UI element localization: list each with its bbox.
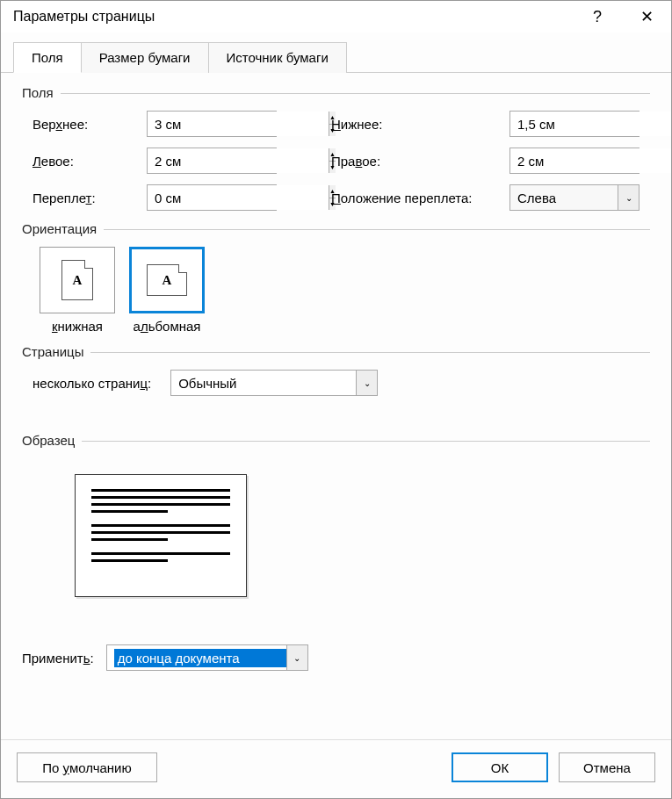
gutter-position-label: Положение переплета:	[331, 191, 509, 205]
help-button[interactable]: ?	[580, 6, 615, 27]
orientation-group: Ориентация A книжная A альбомная	[22, 221, 650, 334]
tab-paper-size[interactable]: Размер бумаги	[81, 42, 209, 73]
page-setup-dialog: Параметры страницы ? ✕ Поля Размер бумаг…	[0, 0, 672, 799]
margins-group-title: Поля	[22, 85, 61, 100]
close-button[interactable]: ✕	[629, 6, 664, 27]
portrait-label: книжная	[52, 319, 103, 334]
tab-bar: Поля Размер бумаги Источник бумаги	[1, 32, 671, 73]
titlebar: Параметры страницы ? ✕	[1, 1, 671, 32]
gutter-input[interactable]	[148, 185, 329, 210]
multiple-pages-value: Обычный	[178, 376, 356, 391]
preview-title: Образец	[22, 433, 82, 448]
orientation-landscape[interactable]: A альбомная	[129, 247, 205, 334]
left-margin-label: Левое:	[33, 154, 147, 169]
top-margin-spinner[interactable]: ▲▼	[147, 111, 277, 137]
gutter-position-select[interactable]: Слева ⌄	[509, 184, 639, 211]
apply-row: Применить: до конца документа ⌄	[22, 608, 650, 678]
cancel-button[interactable]: Отмена	[559, 752, 655, 782]
chevron-down-icon[interactable]: ⌄	[356, 371, 377, 395]
bottom-margin-input[interactable]	[510, 112, 671, 136]
bottom-margin-label: Нижнее:	[331, 117, 509, 132]
apply-value: до конца документа	[114, 649, 286, 667]
portrait-icon: A	[40, 247, 115, 313]
right-margin-input[interactable]	[510, 148, 671, 173]
preview-group: Образец	[22, 433, 650, 597]
tab-content: Поля Верхнее: ▲▼ Нижнее: ▲▼ Левое:	[1, 73, 671, 739]
landscape-label: альбомная	[134, 319, 201, 334]
top-margin-input[interactable]	[148, 112, 329, 136]
right-margin-spinner[interactable]: ▲▼	[509, 148, 639, 174]
dialog-title: Параметры страницы	[13, 9, 155, 25]
set-default-button[interactable]: По умолчанию	[17, 752, 157, 782]
apply-label: Применить:	[22, 651, 94, 666]
top-margin-label: Верхнее:	[33, 117, 147, 132]
apply-select[interactable]: до конца документа ⌄	[106, 644, 308, 671]
chevron-down-icon[interactable]: ⌄	[286, 645, 307, 670]
left-margin-input[interactable]	[148, 148, 329, 173]
landscape-icon: A	[129, 247, 205, 313]
left-margin-spinner[interactable]: ▲▼	[147, 148, 277, 174]
gutter-label: Переплет:	[33, 191, 147, 205]
gutter-position-value: Слева	[517, 191, 618, 205]
margins-group: Поля Верхнее: ▲▼ Нижнее: ▲▼ Левое:	[22, 85, 650, 211]
pages-title: Страницы	[22, 344, 90, 359]
tab-paper-source[interactable]: Источник бумаги	[208, 42, 347, 73]
right-margin-label: Правое:	[331, 154, 509, 169]
page-preview	[75, 474, 247, 597]
multiple-pages-label: несколько страниц:	[33, 376, 151, 391]
orientation-portrait[interactable]: A книжная	[40, 247, 115, 334]
multiple-pages-select[interactable]: Обычный ⌄	[170, 370, 378, 396]
orientation-title: Ориентация	[22, 221, 104, 236]
pages-group: Страницы несколько страниц: Обычный ⌄	[22, 344, 650, 396]
gutter-spinner[interactable]: ▲▼	[147, 184, 277, 211]
dialog-footer: По умолчанию ОК Отмена	[1, 739, 671, 798]
tab-fields[interactable]: Поля	[13, 42, 82, 73]
chevron-down-icon[interactable]: ⌄	[618, 185, 639, 210]
bottom-margin-spinner[interactable]: ▲▼	[509, 111, 639, 137]
window-controls: ? ✕	[580, 6, 664, 27]
ok-button[interactable]: ОК	[452, 752, 548, 782]
